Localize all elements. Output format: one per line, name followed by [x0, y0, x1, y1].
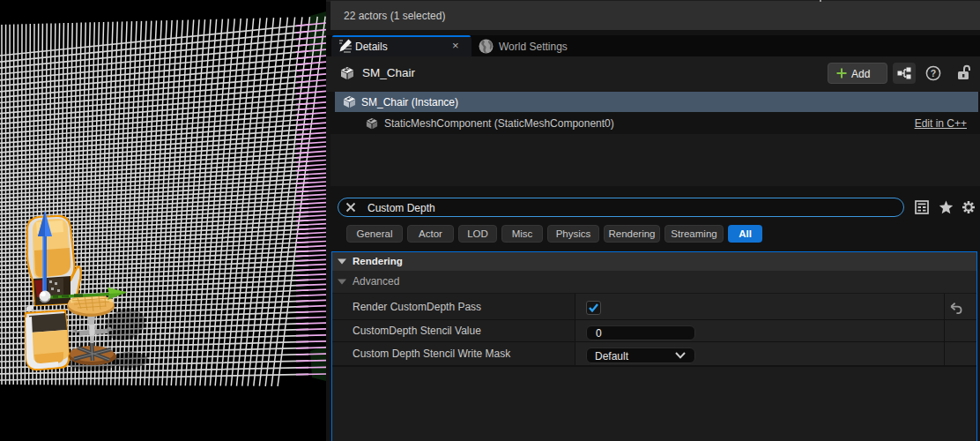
svg-text:?: ?: [931, 68, 936, 78]
